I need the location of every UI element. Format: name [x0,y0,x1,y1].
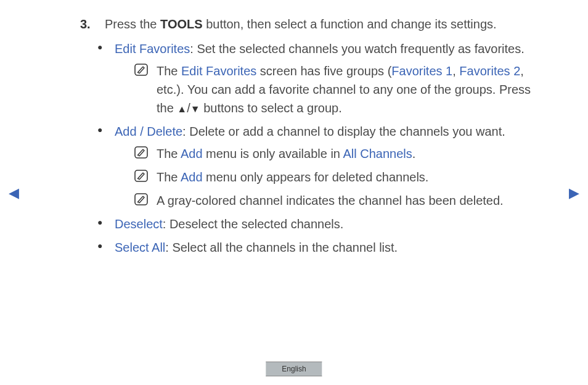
t: The [157,170,181,184]
triangle-down-icon: ▼ [190,104,200,114]
select-all-desc: : Select all the channels in the channel… [165,241,398,254]
tools-label: TOOLS [160,17,203,31]
language-badge: English [266,362,322,376]
step-text: Press the TOOLS button, then select a fu… [105,15,545,33]
deselect-label: Deselect [115,217,163,231]
link-add-2: Add [181,170,203,184]
note-add-1: The Add menu is only available in All Ch… [134,144,545,163]
note-add-2: The Add menu only appears for deleted ch… [134,168,545,186]
select-all-label: Select All [115,241,165,254]
nav-prev-button[interactable]: ◀ [9,183,19,203]
step-row: 3. Press the TOOLS button, then select a… [80,15,545,33]
svg-rect-2 [135,170,147,181]
step-text-before: Press the [105,17,160,31]
t: . [412,147,416,160]
step-number: 3. [80,15,91,33]
link-favorites-2: Favorites 2 [459,64,520,78]
note-icon [134,170,148,182]
add-delete-notes: The Add menu is only available in All Ch… [134,144,545,210]
t: buttons to select a group. [200,101,342,115]
item-add-delete: Add / Delete: Delete or add a channel to… [97,122,545,210]
t: menu is only available in [203,147,343,160]
t: , [452,64,459,78]
deselect-desc: : Deselect the selected channels. [163,217,344,231]
svg-rect-1 [135,147,147,158]
item-edit-favorites: Edit Favorites: Set the selected channel… [97,39,545,117]
svg-rect-3 [135,194,147,205]
edit-favorites-label: Edit Favorites [115,42,190,56]
link-favorites-1: Favorites 1 [391,64,452,78]
t: screen has five groups ( [256,64,391,78]
edit-favorites-notes: The Edit Favorites screen has five group… [134,62,545,117]
t: menu only appears for deleted channels. [203,170,429,184]
add-delete-label: Add / Delete [115,125,182,138]
function-list: Edit Favorites: Set the selected channel… [97,39,545,257]
link-all-channels: All Channels [343,147,412,160]
t: The [157,147,181,160]
note-icon [134,64,148,76]
t: A gray-colored channel indicates the cha… [157,194,504,207]
item-select-all: Select All: Select all the channels in t… [97,238,545,257]
note-edit-fav-1: The Edit Favorites screen has five group… [134,62,545,117]
page-content: 3. Press the TOOLS button, then select a… [0,0,588,257]
item-deselect: Deselect: Deselect the selected channels… [97,215,545,233]
nav-next-button[interactable]: ▶ [569,183,579,203]
link-edit-favorites: Edit Favorites [181,64,256,78]
note-add-3: A gray-colored channel indicates the cha… [134,191,545,210]
triangle-up-icon: ▲ [177,104,187,114]
step-text-after: button, then select a function and chang… [203,17,497,31]
link-add: Add [181,147,203,160]
note-icon [134,193,148,205]
edit-favorites-desc: : Set the selected channels you watch fr… [190,42,525,56]
svg-rect-0 [135,64,147,75]
t: The [157,64,181,78]
add-delete-desc: : Delete or add a channel to display the… [182,125,505,138]
note-icon [134,146,148,159]
